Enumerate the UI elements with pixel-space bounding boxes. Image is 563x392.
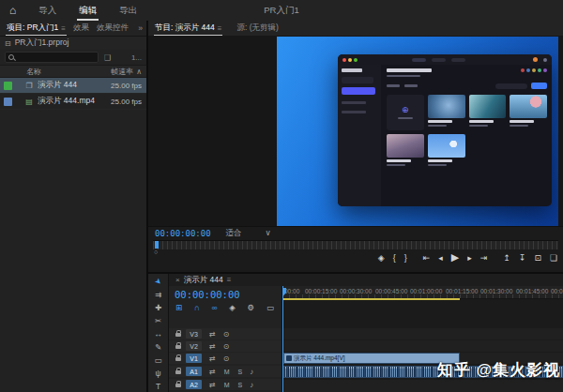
panel-menu-icon[interactable]: ≡ [227,276,232,284]
panel-menu-icon[interactable]: ≡ [218,24,222,33]
mark-in-button[interactable]: { [393,253,396,263]
preview-nav-pill [451,58,465,62]
track-lane-v2[interactable] [282,340,563,352]
track-header-a2[interactable]: A2 ⇄ M S ♪ [169,379,282,390]
track-header-v1[interactable]: V1 ⇄ ⊙ [169,353,282,364]
export-frame-button[interactable]: ⊡ [534,253,541,263]
eye-icon[interactable]: ⊙ [223,330,230,339]
watermark: 知乎 @集火影视 [437,359,560,381]
work-area-bar[interactable] [283,298,460,300]
linked-selection-icon[interactable]: ∞ [212,303,218,312]
step-back-button[interactable]: ◂ [438,253,443,263]
lock-icon[interactable] [175,384,181,387]
extract-button[interactable]: ↧ [519,253,526,263]
sync-lock-icon[interactable]: ⇄ [209,368,216,376]
new-bin-icon[interactable]: ❑ [104,53,111,62]
mark-out-button[interactable]: } [404,253,407,263]
tab-program[interactable]: 节目: 演示片 444 ≡ [154,21,222,36]
track-header-a1[interactable]: A1 ⇄ M S ♪ [169,366,282,377]
sync-lock-icon[interactable]: ⇄ [209,342,216,351]
step-forward-button[interactable]: ▸ [467,253,472,263]
tab-overflow-icon[interactable]: » [138,23,143,33]
track-badge[interactable]: V3 [186,329,202,339]
track-badge[interactable]: V2 [186,341,202,351]
search-input[interactable] [5,52,99,63]
ripple-edit-tool[interactable]: ✚ [155,304,161,312]
tab-effects[interactable]: 效果 [72,21,90,36]
tab-import[interactable]: 导入 [37,0,58,21]
type-tool[interactable]: T [156,383,160,391]
panel-menu-icon[interactable]: ≡ [61,24,66,33]
mic-icon[interactable]: ♪ [250,368,253,376]
project-item-clip[interactable]: ▤ 演示片 444.mp4 25.00 fps [0,94,146,110]
mute-button[interactable]: M [224,369,230,375]
eye-icon[interactable]: ⊙ [223,354,230,363]
go-to-in-button[interactable]: ⇤ [423,253,431,263]
sync-lock-icon[interactable]: ⇄ [209,330,216,339]
tab-export[interactable]: 导出 [117,0,139,21]
razor-tool[interactable]: ✂ [155,317,161,325]
play-button[interactable]: ▶ [451,251,459,264]
track-badge[interactable]: V1 [186,354,202,363]
close-icon[interactable]: × [175,276,180,284]
tab-project[interactable]: 项目: PR入门1 ≡ [6,21,67,36]
add-marker-icon[interactable]: ◈ [229,303,236,312]
timeline-tab[interactable]: × 演示片 444 ≡ [169,274,563,287]
lift-button[interactable]: ↥ [503,253,510,263]
eye-icon[interactable]: ⊙ [223,342,230,351]
tab-effect-controls[interactable]: 效果控件 [96,21,129,36]
button-editor-button[interactable]: ❏ [550,253,557,263]
sync-lock-icon[interactable]: ⇄ [209,381,216,389]
solo-button[interactable]: S [238,369,243,375]
track-lane-v3[interactable] [282,328,563,339]
timeline-timecode[interactable]: 00:00:00:00 [175,289,282,300]
preview-nav-pill [432,58,446,62]
timeline-settings-icon[interactable]: ⚙ [248,303,255,312]
selection-tool[interactable]: ➤ [153,277,163,287]
sync-lock-icon[interactable]: ⇄ [209,354,216,363]
captions-icon[interactable]: ▭ [266,303,274,312]
track-badge[interactable]: A1 [186,367,202,376]
program-panel-tabs: 节目: 演示片 444 ≡ 源: (无剪辑) [148,21,563,37]
program-controls: 00:00:00:00 适合 ∨ ○ ◈ { } ⇤ ◂ ▶ ▸ ⇥ ↥ ↧ ⊡… [148,226,563,270]
add-marker-button[interactable]: ◈ [378,253,385,263]
slip-tool[interactable]: ↔ [154,330,162,339]
timeline-playhead[interactable] [282,286,283,392]
hand-tool[interactable]: ψ [155,369,160,378]
snap-icon[interactable]: ∩ [194,303,200,312]
zoom-level-dropdown[interactable]: 适合 ∨ [226,228,271,239]
preview-video-card [469,95,507,130]
project-item-sequence[interactable]: ❐ 演示片 444 25.00 fps [0,78,146,94]
column-name[interactable]: 名称 [26,67,41,77]
label-color-swatch[interactable] [4,82,12,90]
video-clip[interactable]: 演示片 444.mp4[V] [283,353,460,364]
tab-source[interactable]: 源: (无剪辑) [236,21,279,36]
pen-tool[interactable]: ✎ [155,343,161,352]
column-frame-rate[interactable]: 帧速率 ∧ [111,67,142,77]
go-to-out-button[interactable]: ⇥ [480,253,488,263]
lock-icon[interactable] [175,370,181,374]
lock-icon[interactable] [175,333,181,337]
track-badge[interactable]: A2 [186,380,202,389]
mute-button[interactable]: M [224,382,230,388]
track-select-tool[interactable]: ⇉ [155,291,161,299]
solo-button[interactable]: S [238,382,243,388]
lock-icon[interactable] [175,357,181,361]
track-lane-a2[interactable] [282,380,563,392]
track-header-v2[interactable]: V2 ⇄ ⊙ [169,340,282,352]
mic-icon[interactable]: ♪ [250,381,253,389]
traffic-light-green [354,58,358,62]
program-timecode[interactable]: 00:00:00:00 [155,229,211,238]
label-color-swatch[interactable] [4,98,12,106]
program-playhead[interactable] [155,241,159,249]
preview-upload-card: ⊕ [387,95,424,130]
program-scrubber[interactable] [153,240,558,249]
project-breadcrumb[interactable]: ⊟ PR入门1.prproj [0,37,146,50]
tab-edit[interactable]: 编辑 [77,0,99,21]
home-icon[interactable]: ⌂ [9,4,16,17]
lock-icon[interactable] [175,345,181,349]
track-header-v3[interactable]: V3 ⇄ ⊙ [169,328,282,339]
nest-sequence-icon[interactable]: ⊞ [175,303,182,312]
rectangle-tool[interactable]: ▭ [154,356,161,365]
timeline-ruler[interactable]: 00:00 00:00:15:00 00:00:30:00 00:00:45:0… [282,286,563,299]
